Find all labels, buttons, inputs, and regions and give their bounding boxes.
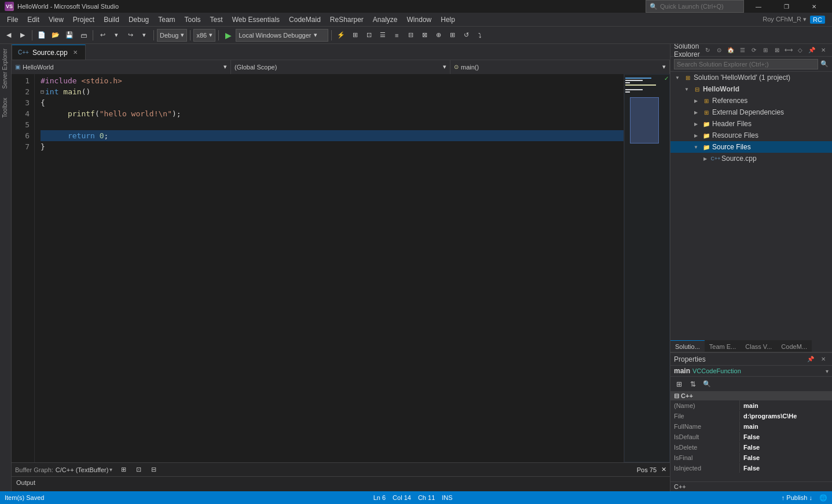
scope-nav-dropdown[interactable]: (Global Scope) ▾ <box>231 60 450 74</box>
toolbar-btn-extra10[interactable]: ↺ <box>460 29 472 42</box>
undo-dropdown[interactable]: ▾ <box>110 29 123 42</box>
status-globe[interactable]: 🌐 <box>819 494 827 502</box>
toolbar-btn-extra9[interactable]: ⊞ <box>446 29 459 42</box>
menu-help[interactable]: Help <box>436 13 460 27</box>
debugger-dropdown[interactable]: Local Windows Debugger ▾ <box>236 29 328 42</box>
member-nav-dropdown[interactable]: ⊙ main() ▾ <box>450 60 670 74</box>
toolbar-btn-extra6[interactable]: ⊟ <box>404 29 417 42</box>
quick-launch[interactable]: 🔍 <box>646 0 744 13</box>
tree-project[interactable]: ▼ ⊟ HelloWorld <box>670 83 832 95</box>
solution-expand-icon[interactable]: ▼ <box>673 73 682 82</box>
toolbar-btn-extra5[interactable]: ≡ <box>390 29 403 42</box>
menu-project[interactable]: Project <box>68 13 99 27</box>
ext-deps-expand-icon[interactable]: ▶ <box>691 108 701 117</box>
close-button[interactable]: ✕ <box>801 0 827 13</box>
menu-tools[interactable]: Tools <box>180 13 206 27</box>
tree-resource-files[interactable]: ▶ 📁 Resource Files <box>670 130 832 141</box>
props-row-isfinal[interactable]: IsFinal False <box>670 453 832 463</box>
status-saved[interactable]: Item(s) Saved <box>5 494 44 501</box>
buffer-btn-1[interactable]: ⊞ <box>117 463 130 476</box>
se-btn-1[interactable]: ↻ <box>702 45 713 56</box>
start-debug-button[interactable]: ▶ <box>222 29 234 42</box>
status-publish[interactable]: ↑ Publish ↓ <box>782 494 812 501</box>
header-files-expand-icon[interactable]: ▶ <box>691 119 701 128</box>
menu-test[interactable]: Test <box>206 13 228 27</box>
se-btn-2[interactable]: ⊙ <box>714 45 724 56</box>
props-row-isdefault[interactable]: IsDefault False <box>670 432 832 442</box>
se-btn-7[interactable]: ⊠ <box>772 45 782 56</box>
buffer-graph-arrow[interactable]: ▾ <box>109 466 112 473</box>
menu-analyze[interactable]: Analyze <box>368 13 402 27</box>
props-row-fullname[interactable]: FullName main <box>670 421 832 432</box>
props-pin[interactable]: 📌 <box>805 354 816 365</box>
props-type-arrow[interactable]: ▾ <box>826 368 829 374</box>
tree-ext-deps[interactable]: ▶ ⊞ External Dependencies <box>670 106 832 118</box>
new-file-button[interactable]: 📄 <box>35 29 48 42</box>
code-content[interactable]: #include <stdio.h> ⊟int main() { printf(… <box>35 74 624 462</box>
menu-codemaid[interactable]: CodeMaid <box>284 13 325 27</box>
toolbar-btn-extra2[interactable]: ⊞ <box>349 29 361 42</box>
menu-window[interactable]: Window <box>402 13 437 27</box>
status-col[interactable]: Col 14 <box>393 494 411 501</box>
buffer-btn-2[interactable]: ⊡ <box>132 463 145 476</box>
references-expand-icon[interactable]: ▶ <box>691 96 701 105</box>
menu-build[interactable]: Build <box>99 13 124 27</box>
tab-solution[interactable]: Solutio... <box>670 340 705 352</box>
toolbar-btn-extra3[interactable]: ⊡ <box>362 29 375 42</box>
redo-dropdown[interactable]: ▾ <box>138 29 151 42</box>
menu-resharper[interactable]: ReSharper <box>325 13 368 27</box>
maximize-button[interactable]: ❐ <box>773 0 800 13</box>
undo-button[interactable]: ↩ <box>96 29 109 42</box>
se-btn-9[interactable]: ◇ <box>795 45 805 56</box>
menu-view[interactable]: View <box>44 13 68 27</box>
pin-button[interactable]: 📌 <box>807 45 817 56</box>
props-close[interactable]: ✕ <box>818 354 829 365</box>
tree-references[interactable]: ▶ ⊞ References <box>670 95 832 106</box>
toolbar-btn-extra11[interactable]: ⤵ <box>474 29 486 42</box>
toolbar-btn-extra1[interactable]: ⚡ <box>335 29 347 42</box>
se-close[interactable]: ✕ <box>818 45 829 56</box>
tree-solution[interactable]: ▼ ⊞ Solution 'HelloWorld' (1 project) <box>670 72 832 83</box>
source-cpp-expand-icon[interactable]: ▶ <box>701 154 710 163</box>
platform-dropdown[interactable]: x86 ▾ <box>193 29 215 42</box>
toolbar-btn-extra8[interactable]: ⊕ <box>432 29 445 42</box>
menu-debug[interactable]: Debug <box>124 13 153 27</box>
project-expand-icon[interactable]: ▼ <box>682 84 691 94</box>
menu-file[interactable]: File <box>2 13 23 27</box>
props-row-file[interactable]: File d:\programs\C\He <box>670 411 832 421</box>
close-bottom-btn[interactable]: ✕ <box>661 466 666 473</box>
se-btn-3[interactable]: 🏠 <box>725 45 736 56</box>
tab-team-explorer[interactable]: Team E... <box>705 340 741 352</box>
toolbar-btn-extra7[interactable]: ⊠ <box>418 29 431 42</box>
open-button[interactable]: 📂 <box>49 29 62 42</box>
tree-header-files[interactable]: ▶ 📁 Header Files <box>670 118 832 130</box>
tab-source-cpp-close[interactable]: ✕ <box>71 49 79 57</box>
menu-web-essentials[interactable]: Web Essentials <box>228 13 284 27</box>
tree-source-files[interactable]: ▼ 📁 Source Files <box>670 141 832 153</box>
menu-team[interactable]: Team <box>153 13 179 27</box>
source-files-expand-icon[interactable]: ▼ <box>691 142 701 152</box>
buffer-btn-3[interactable]: ⊟ <box>147 463 160 476</box>
status-ln[interactable]: Ln 6 <box>373 494 386 501</box>
quick-launch-input[interactable] <box>660 3 740 10</box>
tab-source-cpp[interactable]: C++ Source.cpp ✕ <box>12 45 86 60</box>
toolbox-tab[interactable]: Toolbox <box>0 93 11 122</box>
resource-files-expand-icon[interactable]: ▶ <box>691 131 701 140</box>
props-alphabetical[interactable]: ⇅ <box>687 378 699 391</box>
save-button[interactable]: 💾 <box>63 29 76 42</box>
tree-source-cpp[interactable]: ▶ C++ Source.cpp <box>670 153 832 164</box>
menu-edit[interactable]: Edit <box>23 13 44 27</box>
tab-class-view[interactable]: Class V... <box>741 340 776 352</box>
se-btn-4[interactable]: ☰ <box>737 45 747 56</box>
toolbar-btn-extra4[interactable]: ☰ <box>376 29 389 42</box>
se-btn-8[interactable]: ⟷ <box>783 45 794 56</box>
tab-codemaid[interactable]: CodeM... <box>776 340 812 352</box>
status-ins[interactable]: INS <box>442 494 452 501</box>
se-btn-5[interactable]: ⟳ <box>749 45 759 56</box>
props-categorized[interactable]: ⊞ <box>673 378 686 391</box>
solution-search[interactable]: 🔍 <box>670 57 832 72</box>
props-row-isdelete[interactable]: IsDelete False <box>670 442 832 453</box>
code-area[interactable]: 1 2 3 4 5 6 7 #include <stdio.h> ⊟int ma… <box>12 74 670 462</box>
project-nav-dropdown[interactable]: ▣ HelloWorld ▾ <box>12 60 231 74</box>
redo-button[interactable]: ↪ <box>124 29 137 42</box>
